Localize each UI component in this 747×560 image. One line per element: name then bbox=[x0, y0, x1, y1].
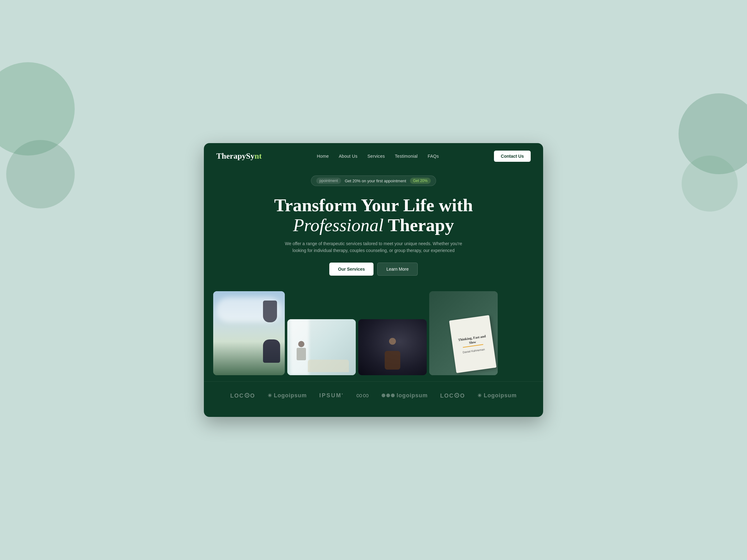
logo-2-text: Logoipsum bbox=[274, 392, 307, 399]
site-logo: TherapySynt bbox=[216, 152, 262, 161]
book-display: Thinking, Fast and Slow Daniel Kahneman bbox=[429, 291, 498, 375]
logos-row: LOC⊙O ✳ Logoipsum IPSUM• ∞∞ logoipsum LO… bbox=[204, 381, 543, 409]
person-head bbox=[298, 341, 304, 347]
hero-title-line1: Transform Your Life with bbox=[274, 195, 473, 215]
nav-item-about[interactable]: About Us bbox=[339, 153, 357, 159]
nav-link-services[interactable]: Services bbox=[367, 154, 385, 159]
navigation: TherapySynt Home About Us Services Testi… bbox=[204, 143, 543, 169]
nav-link-testimonial[interactable]: Testimonial bbox=[395, 154, 418, 159]
circles-icon bbox=[382, 394, 395, 397]
image-card-hands bbox=[213, 291, 285, 375]
chair-body bbox=[385, 351, 400, 370]
dark-person-head bbox=[389, 338, 396, 345]
book-author: Daniel Kahneman bbox=[463, 348, 485, 354]
nav-item-home[interactable]: Home bbox=[317, 153, 329, 159]
logo-6-text: LOC⊙O bbox=[440, 391, 465, 399]
hero-section: Transform Your Life with Professional Th… bbox=[204, 195, 543, 291]
book-visual: Thinking, Fast and Slow Daniel Kahneman bbox=[449, 315, 496, 373]
nav-item-faqs[interactable]: FAQs bbox=[428, 153, 439, 159]
person-body bbox=[297, 348, 306, 360]
partner-logo-4: ∞∞ bbox=[356, 391, 369, 400]
hand-bottom-decoration bbox=[263, 340, 280, 363]
logo-5-text: logoipsum bbox=[396, 392, 428, 399]
promo-text: Get 20% on your first appointment bbox=[345, 179, 406, 183]
partner-logo-2: ✳ Logoipsum bbox=[268, 392, 307, 399]
hero-title: Transform Your Life with Professional Th… bbox=[229, 195, 518, 235]
image-card-window bbox=[287, 319, 356, 375]
hero-title-italic: Professional bbox=[293, 215, 383, 235]
contact-us-button[interactable]: Contact Us bbox=[494, 151, 531, 162]
sun-icon: ✳ bbox=[268, 393, 272, 399]
logo-text-white: TherapySy bbox=[216, 152, 255, 161]
sofa-decoration bbox=[308, 359, 349, 372]
promo-banner: ppointment Get 20% on your first appoint… bbox=[311, 176, 436, 186]
partner-logo-5: logoipsum bbox=[382, 392, 428, 399]
promo-badge: Get 20% bbox=[410, 178, 431, 184]
nav-item-testimonial[interactable]: Testimonial bbox=[395, 153, 418, 159]
image-grid: Thinking, Fast and Slow Daniel Kahneman bbox=[204, 291, 543, 375]
promo-tag: ppointment bbox=[316, 178, 341, 184]
main-window: TherapySynt Home About Us Services Testi… bbox=[204, 143, 543, 417]
hero-title-normal: Therapy bbox=[383, 215, 454, 235]
logo-7-text: Logoipsum bbox=[484, 392, 517, 399]
promo-banner-wrap: ppointment Get 20% on your first appoint… bbox=[204, 176, 543, 186]
partner-logo-6: LOC⊙O bbox=[440, 391, 465, 399]
sitting-person-decoration bbox=[293, 341, 309, 366]
nav-link-faqs[interactable]: FAQs bbox=[428, 154, 439, 159]
hero-subtitle: We offer a range of therapeutic services… bbox=[283, 240, 464, 254]
nav-link-about[interactable]: About Us bbox=[339, 154, 357, 159]
logo-1-text: LOC⊙O bbox=[230, 391, 255, 399]
logo-4-text: ∞∞ bbox=[356, 391, 369, 400]
sun-icon-2: ✳ bbox=[478, 393, 482, 399]
hero-buttons: Our Services Learn More bbox=[229, 263, 518, 276]
partner-logo-3: IPSUM• bbox=[319, 392, 344, 399]
person-chair-decoration bbox=[380, 338, 405, 369]
hand-top-decoration bbox=[263, 300, 277, 322]
learn-more-button[interactable]: Learn More bbox=[377, 263, 418, 276]
nav-links: Home About Us Services Testimonial FAQs bbox=[317, 153, 439, 159]
nav-link-home[interactable]: Home bbox=[317, 154, 329, 159]
partner-logo-7: ✳ Logoipsum bbox=[478, 392, 517, 399]
logo-3-text: IPSUM• bbox=[319, 392, 344, 399]
nav-item-services[interactable]: Services bbox=[367, 153, 385, 159]
logo-text-green: nt bbox=[255, 152, 262, 161]
our-services-button[interactable]: Our Services bbox=[329, 263, 374, 276]
partner-logo-1: LOC⊙O bbox=[230, 391, 255, 399]
image-card-dark-room bbox=[358, 319, 427, 375]
book-title: Thinking, Fast and Slow bbox=[455, 334, 490, 347]
image-card-book: Thinking, Fast and Slow Daniel Kahneman bbox=[429, 291, 498, 375]
